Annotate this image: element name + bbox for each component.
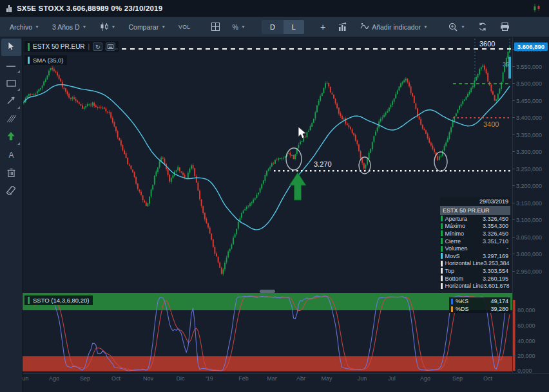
grid-icon (211, 23, 220, 31)
price-tick: 3.550,000 (516, 64, 542, 70)
price-tick: 2.950,000 (516, 268, 542, 275)
percent-scale-button[interactable]: % ▼ (228, 21, 250, 33)
row-color-marker (441, 275, 443, 281)
chevron-down-icon: ▼ (82, 24, 87, 29)
tool-trash[interactable] (1, 165, 21, 182)
crosshair-button[interactable]: + (316, 19, 330, 35)
price-tick: 3.300,000 (516, 149, 542, 155)
grid-settings-button[interactable] (207, 20, 224, 33)
percent-label: % (233, 23, 238, 31)
time-tick: Sep (74, 375, 96, 382)
tool-parallel-lines[interactable] (1, 111, 21, 128)
series-settings-icon[interactable] (106, 42, 115, 51)
time-tick: Mar (261, 375, 283, 382)
chevron-down-icon: ▼ (241, 24, 246, 29)
sma-legend: SMA (35,0) (24, 55, 67, 65)
time-tick: Feb (233, 375, 255, 382)
oscillator-legend-label: SSTO (14,3,6,80,20) (33, 297, 90, 304)
price-tick: 3.350,000 (516, 132, 542, 138)
draw-arrow-icon (6, 96, 16, 107)
price-tick: 3.400,000 (516, 115, 542, 121)
row-color-marker (441, 238, 443, 244)
chevron-down-icon: ▼ (461, 24, 465, 29)
tool-text[interactable]: A (1, 147, 21, 164)
price-tick: 3.200,000 (516, 183, 542, 189)
compare-label: Comparar (128, 23, 159, 31)
submenu-corner-icon (17, 70, 20, 73)
bar-chart-icon (6, 5, 12, 12)
symbol-legend-label: ESTX 50 PR.EUR (33, 43, 85, 50)
row-value: 3.326,450 (483, 216, 508, 222)
svg-text:A: A (8, 151, 14, 159)
print-button[interactable] (496, 20, 514, 33)
time-tick: '19 (198, 375, 220, 382)
series-color-marker (451, 299, 453, 304)
data-window-row: Apertura3.326,450 (440, 215, 510, 223)
sma-legend-label: SMA (35,0) (33, 57, 64, 64)
price-tick: 3.150,000 (516, 200, 542, 207)
row-color-marker (441, 230, 443, 236)
daily-mode-button[interactable]: D (262, 20, 284, 34)
stochastic-value-row: %DS39,280 (449, 305, 510, 313)
indicator-panel-button[interactable] (334, 20, 352, 33)
legend-separator: | (88, 43, 90, 50)
zoom-button[interactable]: ▼ (444, 20, 470, 34)
compare-button[interactable]: Comparar ▼ (124, 21, 170, 33)
reload-symbol-icon[interactable]: ↻ (93, 42, 102, 51)
row-label: Máximo (445, 223, 483, 229)
archivo-menu-button[interactable]: Archivo ▼ (5, 21, 44, 33)
submenu-corner-icon (17, 142, 20, 145)
data-window: 29/03/2019 ESTX 50 PR.EUR Apertura3.326,… (440, 197, 510, 290)
tool-cursor[interactable] (1, 39, 21, 56)
data-window-row: Horizontal Line3.601,678 (440, 282, 510, 290)
submenu-corner-icon (17, 88, 20, 91)
price-tick: 3.250,000 (516, 166, 542, 173)
chevron-down-icon: ▼ (35, 24, 39, 29)
window-title: SX5E STOXX 3.606,88989 0% 23/10/2019 (17, 5, 162, 12)
data-window-row: Mínimo3.326,450 (440, 230, 510, 238)
panel-divider-handle[interactable] (260, 290, 275, 293)
tool-draw-arrow[interactable] (1, 93, 21, 110)
row-value: 3.260,195 (483, 275, 508, 282)
rectangle-icon (6, 78, 16, 89)
series-label: %KS (456, 298, 490, 304)
up-arrow-icon (6, 131, 15, 144)
refresh-button[interactable] (474, 20, 492, 33)
data-window-row: Cierre3.351,710 (440, 238, 510, 245)
time-tick: Oct (477, 375, 499, 382)
period-select[interactable]: 3 Años D ▼ (48, 21, 92, 33)
data-window-row: Top3.303,554 (440, 267, 510, 275)
stochastic-value-row: %KS49,174 (449, 297, 510, 305)
data-window-row: Bottom3.260,195 (440, 275, 510, 283)
chart-type-button[interactable]: ▼ (95, 20, 120, 33)
line-mode-button[interactable]: L (284, 20, 304, 34)
price-axis-border (512, 37, 513, 373)
parallel-lines-icon (6, 114, 16, 126)
price-tick: 3.000,000 (516, 251, 542, 257)
tool-eraser[interactable] (1, 183, 21, 200)
add-indicator-button[interactable]: Añadir indicador ▼ (356, 20, 432, 33)
row-label: MovS (445, 253, 483, 259)
oscillator-tick: 60,000 (517, 322, 535, 329)
row-color-marker (441, 253, 443, 259)
data-window-row: Horizontal Line3.253,384 (440, 260, 510, 268)
tool-horizontal-line[interactable] (1, 57, 21, 74)
tool-up-arrow[interactable] (1, 129, 21, 146)
series-label: %DS (456, 306, 490, 312)
chevron-down-icon: ▼ (111, 24, 116, 29)
period-label: 3 Años D (52, 23, 80, 31)
toolbar: Archivo ▼ 3 Años D ▼ ▼ Comparar ▼ VOL (0, 17, 549, 37)
row-value: 3.297,169 (483, 253, 508, 259)
curve-icon (360, 23, 369, 31)
stochastic-values-box: %KS49,174%DS39,280 (449, 297, 510, 313)
time-tick: May (316, 375, 338, 382)
volume-toggle[interactable]: VOL (174, 21, 195, 33)
oscillator-tick: 80,000 (517, 307, 535, 313)
row-value: 3.601,678 (484, 283, 510, 289)
horizontal-line-icon (6, 60, 16, 71)
time-tick: Ago (414, 375, 436, 382)
title-bar: SX5E STOXX 3.606,88989 0% 23/10/2019 (0, 0, 549, 17)
tool-rectangle[interactable] (1, 75, 21, 92)
sma-color-marker (28, 57, 30, 64)
data-window-title: ESTX 50 PR.EUR (440, 206, 510, 215)
